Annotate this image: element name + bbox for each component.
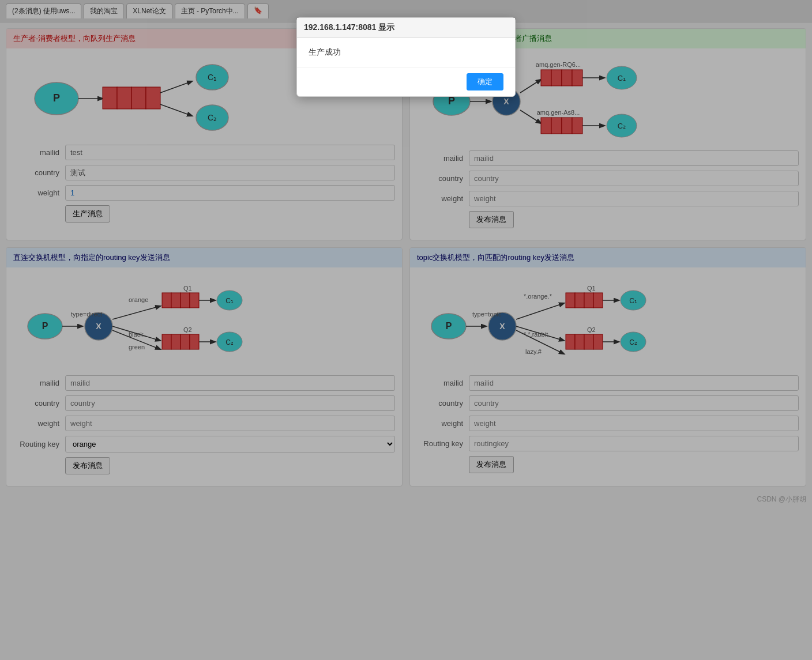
modal-confirm-button[interactable]: 确定: [467, 73, 503, 90]
modal-box: 192.168.1.147:8081 显示 生产成功 确定: [296, 17, 516, 97]
modal-message: 生产成功: [297, 38, 515, 67]
modal-title: 192.168.1.147:8081 显示: [297, 18, 515, 38]
modal-overlay: 192.168.1.147:8081 显示 生产成功 确定: [0, 0, 812, 507]
